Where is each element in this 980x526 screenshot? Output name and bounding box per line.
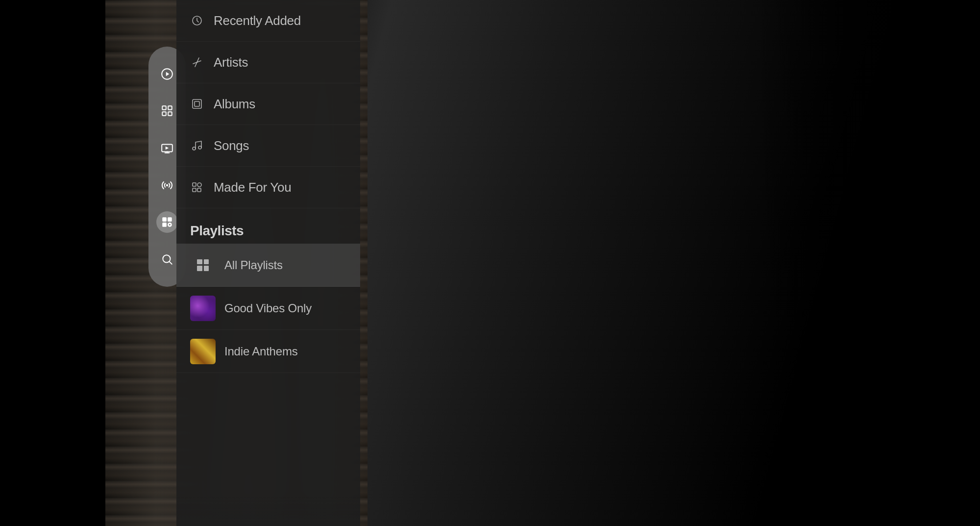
play-circle-icon	[161, 68, 173, 80]
all-playlists-label: All Playlists	[224, 258, 283, 272]
music-note-icon	[190, 139, 204, 152]
svg-line-20	[193, 61, 201, 64]
playlist-item-good-vibes[interactable]: Good Vibes Only	[176, 287, 360, 330]
playlist-icon	[161, 216, 173, 228]
svg-point-24	[198, 146, 201, 149]
svg-rect-2	[162, 106, 166, 110]
indie-anthems-thumb	[190, 339, 216, 364]
playlists-header: Playlists	[176, 208, 360, 244]
grid-icon	[161, 104, 173, 117]
playlist-item-indie-anthems[interactable]: Indie Anthems	[176, 330, 360, 373]
indie-anthems-art	[190, 339, 216, 364]
svg-rect-13	[162, 223, 167, 227]
albums-label: Albums	[214, 97, 255, 112]
albums-icon	[190, 97, 204, 111]
made-for-you-label: Made For You	[214, 180, 291, 195]
playlist-item-all[interactable]: All Playlists	[176, 244, 360, 287]
songs-label: Songs	[214, 138, 249, 153]
good-vibes-thumb	[190, 296, 216, 321]
svg-rect-3	[168, 106, 172, 110]
svg-point-10	[166, 184, 168, 186]
svg-rect-22	[195, 101, 199, 106]
all-playlists-thumb	[190, 252, 216, 278]
indie-anthems-label: Indie Anthems	[224, 345, 298, 358]
person-icon	[190, 180, 204, 194]
svg-rect-5	[168, 112, 172, 116]
mic-icon	[190, 55, 204, 69]
search-icon	[161, 253, 173, 266]
recently-added-label: Recently Added	[214, 13, 301, 28]
sidebar-item-songs[interactable]: Songs	[176, 125, 360, 167]
artists-label: Artists	[214, 55, 248, 70]
svg-rect-28	[197, 188, 201, 192]
sidebar-item-albums[interactable]: Albums	[176, 83, 360, 125]
svg-rect-4	[162, 112, 166, 116]
nav-video[interactable]	[156, 137, 178, 159]
svg-marker-1	[166, 72, 170, 76]
svg-marker-9	[166, 147, 169, 150]
svg-rect-21	[193, 100, 201, 108]
sidebar-item-artists[interactable]: Artists	[176, 42, 360, 83]
sidebar-item-made-for-you[interactable]: Made For You	[176, 167, 360, 208]
nav-library[interactable]	[156, 100, 178, 122]
good-vibes-label: Good Vibes Only	[224, 301, 312, 315]
radio-icon	[161, 179, 173, 192]
left-black-area	[0, 0, 105, 526]
good-vibes-art	[190, 296, 216, 321]
all-playlists-grid-icon	[197, 259, 209, 271]
right-dark-area	[755, 0, 980, 526]
tv-icon	[161, 142, 173, 154]
svg-rect-25	[193, 183, 196, 186]
nav-playlists[interactable]	[156, 211, 178, 233]
svg-line-17	[170, 262, 172, 264]
svg-rect-27	[193, 188, 196, 192]
nav-search[interactable]	[156, 249, 178, 270]
svg-rect-12	[168, 218, 172, 222]
nav-radio[interactable]	[156, 175, 178, 196]
svg-rect-11	[162, 218, 167, 222]
svg-point-26	[197, 183, 201, 187]
sidebar-item-recently-added[interactable]: Recently Added	[176, 0, 360, 42]
clock-icon	[190, 14, 204, 27]
nav-now-playing[interactable]	[156, 63, 178, 85]
sidebar-panel: Recently Added Artists Albums	[176, 0, 360, 526]
svg-point-23	[193, 147, 196, 150]
